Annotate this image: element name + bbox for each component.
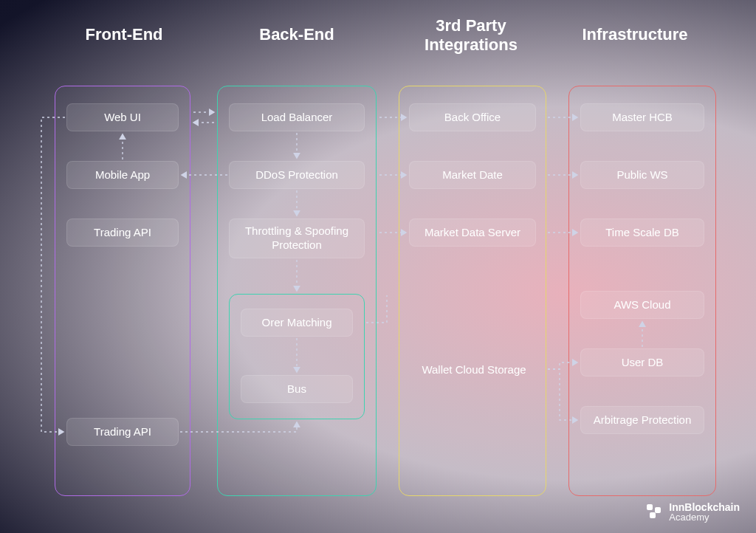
logo-mark-icon [647, 504, 663, 520]
node-market-data-server: Market Data Server [409, 219, 536, 247]
node-public-ws: Public WS [580, 161, 704, 189]
node-master-hcb: Master HCB [580, 103, 704, 131]
heading-infra: Infrastructure [561, 25, 709, 44]
node-time-scale-db: Time Scale DB [580, 219, 704, 247]
node-order-matching: Orer Matching [241, 309, 353, 337]
heading-thirdparty: 3rd Party Integrations [397, 16, 545, 55]
logo-text-2: Academy [669, 512, 740, 523]
group-thirdparty [399, 86, 546, 496]
node-trading-api-1: Trading API [66, 219, 179, 247]
node-arbitrage: Arbitrage Protection [580, 406, 704, 434]
label-wallet-cloud-storage: Wallet Cloud Storage [415, 363, 533, 376]
logo-text-1: InnBlockchain [669, 502, 740, 513]
node-user-db: User DB [580, 348, 704, 376]
node-back-office: Back Office [409, 103, 536, 131]
heading-backend: Back-End [223, 25, 371, 44]
diagram-stage: Front-End Back-End 3rd Party Integration… [0, 0, 756, 533]
node-ddos: DDoS Protection [229, 161, 365, 189]
node-throttling: Throttling & Spoofing Protection [229, 219, 365, 258]
node-bus: Bus [241, 375, 353, 403]
node-trading-api-2: Trading API [66, 418, 179, 446]
node-mobile-app: Mobile App [66, 161, 179, 189]
node-aws-cloud: AWS Cloud [580, 291, 704, 319]
node-web-ui: Web UI [66, 103, 179, 131]
group-backend [217, 86, 377, 496]
logo-innblockchain: InnBlockchain Academy [647, 502, 740, 523]
heading-frontend: Front-End [50, 25, 198, 44]
node-market-date: Market Date [409, 161, 536, 189]
node-load-balancer: Load Balancer [229, 103, 365, 131]
